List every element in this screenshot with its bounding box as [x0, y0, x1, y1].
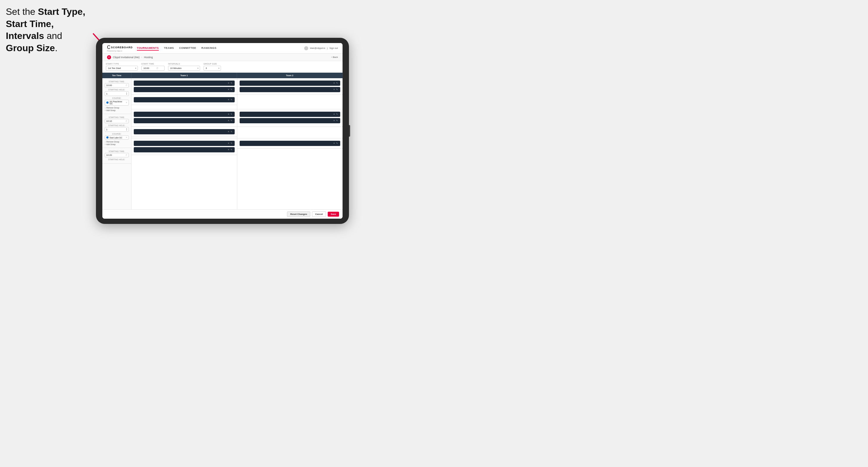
- starting-time-input-2[interactable]: 10:10 ⏱: [105, 119, 129, 123]
- start-type-select[interactable]: 1st Tee Start: [106, 66, 138, 71]
- player-x-t1g3p1[interactable]: ✕: [228, 142, 229, 145]
- course-clear-1[interactable]: ✕: [126, 101, 127, 104]
- player-edit-t2g2p2[interactable]: ✎: [336, 120, 338, 122]
- spinner-down-1[interactable]: ▼: [126, 94, 127, 95]
- player-edit-t1g3p2[interactable]: ✎: [230, 149, 232, 151]
- player-row-t2g2p2: ✕ ✎: [240, 118, 341, 123]
- course-row-1[interactable]: 🔵 (A) Peachtree GC ✕: [105, 100, 129, 105]
- player-edit-t2g2p1[interactable]: ✎: [336, 113, 338, 116]
- starting-hole-spinner-2[interactable]: 1 ▲ ▼: [105, 127, 129, 132]
- starting-time-val-3: 10:20: [106, 154, 125, 156]
- starting-time-val-2: 10:10: [106, 120, 125, 122]
- team1-group1-extra: ✕ ✎: [131, 95, 237, 105]
- team1-course-spacer-2: ✕ ✎: [131, 127, 237, 138]
- player-edit-t1g1p1[interactable]: ✎: [230, 82, 232, 84]
- player-edit-t1g2extra[interactable]: ✎: [230, 130, 232, 133]
- player-edit-t1g1p2[interactable]: ✎: [230, 88, 232, 91]
- player-edit-t1g2p2[interactable]: ✎: [230, 120, 232, 122]
- player-edit-t2g3p1[interactable]: ✎: [336, 142, 338, 145]
- instruction-line4-bold: Group Size: [6, 43, 55, 53]
- logo: C SCOREBOARD Powered by clipp.io: [107, 45, 133, 52]
- player-x-t1g1p2[interactable]: ✕: [228, 88, 229, 91]
- player-edit-t1g3p1[interactable]: ✎: [230, 142, 232, 145]
- player-x-t2g2p1[interactable]: ✕: [333, 113, 335, 116]
- nav-separator: |: [327, 47, 328, 50]
- player-x-t1g1p1[interactable]: ✕: [228, 82, 229, 84]
- intervals-select-wrapper[interactable]: 10 Minutes: [168, 66, 200, 71]
- team2-group2: ✕ ✎ ✕ ✎: [237, 109, 343, 127]
- player-row-t1g3p2: ✕ ✎: [134, 147, 235, 152]
- group-size-select-wrapper[interactable]: 3: [204, 66, 221, 71]
- player-edit-t1g1extra[interactable]: ✎: [230, 99, 232, 101]
- add-group-btn-1[interactable]: + Add Group: [105, 109, 129, 112]
- time-icon-1: ⏱: [125, 84, 127, 86]
- course-name-2: East Lake GC: [110, 137, 125, 139]
- cancel-button[interactable]: Cancel: [312, 211, 326, 217]
- controls-row: Start Type 1st Tee Start Start Time 10:0…: [102, 61, 343, 73]
- starting-time-input-1[interactable]: 10:00 ⏱: [105, 83, 129, 88]
- intervals-select[interactable]: 10 Minutes: [168, 66, 200, 71]
- player-row-t2g1p2: ✕ ✎: [240, 87, 341, 92]
- spinner-btns-2[interactable]: ▲ ▼: [126, 128, 127, 131]
- remove-group-btn-1[interactable]: ○ Remove Group: [105, 107, 129, 109]
- player-actions-t1g3p1: ✕ ✎: [228, 142, 232, 145]
- player-edit-t2g1p1[interactable]: ✎: [336, 82, 338, 84]
- player-x-t2g1p1[interactable]: ✕: [333, 82, 335, 84]
- player-actions-t1g3p2: ✕ ✎: [228, 149, 232, 151]
- player-x-t1g2p2[interactable]: ✕: [228, 120, 229, 122]
- team2-column: ✕ ✎ ✕ ✎: [237, 78, 343, 209]
- col-header-team1: Team 1: [131, 73, 237, 78]
- nav-link-teams[interactable]: TEAMS: [164, 46, 174, 51]
- course-row-2[interactable]: 🔵 East Lake GC ✕: [105, 135, 129, 139]
- start-time-input[interactable]: 10:00 ⏱: [141, 66, 164, 71]
- starting-time-val-1: 10:00: [106, 84, 125, 87]
- player-row-t1g2extra: ✕ ✎: [134, 129, 235, 134]
- tee-column: STARTING TIME: 10:00 ⏱ STARTING HOLE: 1 …: [102, 78, 131, 209]
- remove-group-btn-2[interactable]: ○ Remove Group: [105, 141, 129, 143]
- time-icon-3: ⏱: [125, 154, 127, 156]
- course-label-2: COURSE:: [105, 133, 129, 135]
- reset-changes-button[interactable]: Reset Changes: [287, 211, 310, 217]
- player-x-t2g2p2[interactable]: ✕: [333, 120, 335, 122]
- start-time-group: Start Time 10:00 ⏱: [141, 63, 164, 71]
- starting-time-input-3[interactable]: 10:20 ⏱: [105, 153, 129, 157]
- course-actions-2: ○ Remove Group + Add Group: [105, 141, 129, 146]
- player-x-t1g3p2[interactable]: ✕: [228, 149, 229, 151]
- player-edit-t1g2p1[interactable]: ✎: [230, 113, 232, 116]
- nav-link-rankings[interactable]: RANKINGS: [201, 46, 216, 51]
- player-x-t2g3p1[interactable]: ✕: [333, 142, 335, 145]
- player-edit-t2g1p2[interactable]: ✎: [336, 88, 338, 91]
- player-x-t1g2extra[interactable]: ✕: [228, 130, 229, 133]
- save-button[interactable]: Save: [328, 212, 339, 217]
- starting-hole-label-1: STARTING HOLE:: [105, 89, 129, 91]
- nav-link-committee[interactable]: COMMITTEE: [179, 46, 196, 51]
- team1-group3: ✕ ✎ ✕ ✎: [131, 138, 237, 155]
- player-row-t1g1p2: ✕ ✎: [134, 87, 235, 92]
- course-actions-1: ○ Remove Group + Add Group: [105, 107, 129, 112]
- starting-time-label-2: STARTING TIME:: [105, 116, 129, 118]
- spinner-btns-1[interactable]: ▲ ▼: [126, 92, 127, 95]
- player-x-t1g1extra[interactable]: ✕: [228, 99, 229, 101]
- course-clear-2[interactable]: ✕: [126, 136, 127, 139]
- player-x-t1g2p1[interactable]: ✕: [228, 113, 229, 116]
- group-size-select[interactable]: 3: [204, 66, 221, 71]
- starting-hole-label-2: STARTING HOLE:: [105, 124, 129, 126]
- instruction-line2-bold: Start Time,: [6, 19, 54, 29]
- starting-hole-spinner-1[interactable]: 1 ▲ ▼: [105, 91, 129, 96]
- intervals-label: Intervals: [168, 63, 200, 65]
- nav-link-tournaments[interactable]: TOURNAMENTS: [137, 46, 159, 51]
- player-actions-t1g1p1: ✕ ✎: [228, 82, 232, 84]
- sign-out-link[interactable]: Sign out: [330, 47, 338, 50]
- back-button[interactable]: Back: [331, 56, 338, 58]
- teams-area: ✕ ✎ ✕ ✎: [131, 78, 343, 209]
- spinner-down-2[interactable]: ▼: [126, 129, 127, 131]
- player-x-t2g1p2[interactable]: ✕: [333, 88, 335, 91]
- team1-column: ✕ ✎ ✕ ✎: [131, 78, 237, 209]
- player-row-t1g1p1: ✕ ✎: [134, 81, 235, 86]
- start-type-select-wrapper[interactable]: 1st Tee Start: [106, 66, 138, 71]
- add-group-btn-2[interactable]: + Add Group: [105, 143, 129, 146]
- tablet-side-button: [349, 125, 350, 137]
- starting-hole-val-2: 1: [106, 128, 107, 131]
- team1-group2: ✕ ✎ ✕ ✎: [131, 109, 237, 127]
- course-icon-2: 🔵: [106, 136, 109, 139]
